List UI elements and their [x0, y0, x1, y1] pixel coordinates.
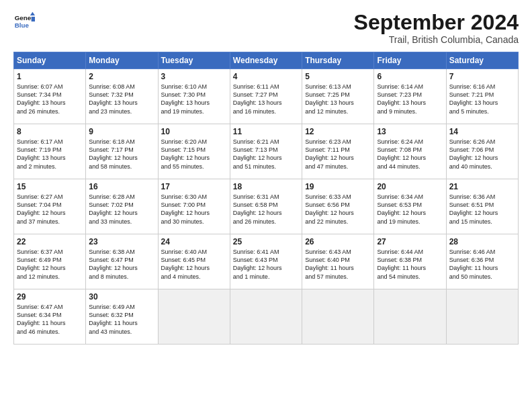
cell-info: Sunrise: 6:08 AM Sunset: 7:32 PM Dayligh… — [89, 83, 154, 116]
calendar-cell: 8Sunrise: 6:17 AM Sunset: 7:19 PM Daylig… — [14, 124, 86, 179]
cell-info: Sunrise: 6:11 AM Sunset: 7:27 PM Dayligh… — [233, 83, 299, 116]
cell-info: Sunrise: 6:21 AM Sunset: 7:13 PM Dayligh… — [233, 138, 299, 171]
calendar-cell: 13Sunrise: 6:24 AM Sunset: 7:08 PM Dayli… — [374, 124, 446, 179]
cell-info: Sunrise: 6:36 AM Sunset: 6:51 PM Dayligh… — [449, 193, 515, 226]
day-number: 10 — [161, 127, 227, 136]
cell-info: Sunrise: 6:26 AM Sunset: 7:06 PM Dayligh… — [449, 138, 515, 171]
cell-info: Sunrise: 6:40 AM Sunset: 6:45 PM Dayligh… — [161, 248, 227, 281]
cell-info: Sunrise: 6:30 AM Sunset: 7:00 PM Dayligh… — [161, 193, 227, 226]
cell-info: Sunrise: 6:37 AM Sunset: 6:49 PM Dayligh… — [17, 248, 83, 281]
calendar-cell: 29Sunrise: 6:47 AM Sunset: 6:34 PM Dayli… — [14, 289, 86, 345]
weekday-header-wednesday: Wednesday — [230, 52, 302, 69]
calendar-cell: 20Sunrise: 6:34 AM Sunset: 6:53 PM Dayli… — [374, 179, 446, 234]
calendar-cell — [374, 289, 446, 345]
header: General Blue September 2024 Trail, Briti… — [13, 11, 519, 45]
week-row-4: 22Sunrise: 6:37 AM Sunset: 6:49 PM Dayli… — [14, 234, 519, 289]
cell-info: Sunrise: 6:34 AM Sunset: 6:53 PM Dayligh… — [377, 193, 443, 226]
weekday-header-saturday: Saturday — [446, 52, 518, 69]
day-number: 6 — [377, 72, 443, 81]
weekday-header-row: SundayMondayTuesdayWednesdayThursdayFrid… — [14, 52, 519, 69]
calendar-cell: 23Sunrise: 6:38 AM Sunset: 6:47 PM Dayli… — [86, 234, 158, 289]
cell-info: Sunrise: 6:47 AM Sunset: 6:34 PM Dayligh… — [17, 303, 83, 336]
calendar-cell: 24Sunrise: 6:40 AM Sunset: 6:45 PM Dayli… — [158, 234, 230, 289]
day-number: 2 — [89, 72, 154, 81]
calendar-cell: 22Sunrise: 6:37 AM Sunset: 6:49 PM Dayli… — [14, 234, 86, 289]
cell-info: Sunrise: 6:17 AM Sunset: 7:19 PM Dayligh… — [17, 138, 83, 171]
week-row-2: 8Sunrise: 6:17 AM Sunset: 7:19 PM Daylig… — [14, 124, 519, 179]
cell-info: Sunrise: 6:13 AM Sunset: 7:25 PM Dayligh… — [305, 83, 371, 116]
day-number: 25 — [233, 237, 299, 246]
cell-info: Sunrise: 6:14 AM Sunset: 7:23 PM Dayligh… — [377, 83, 443, 116]
calendar-cell: 1Sunrise: 6:07 AM Sunset: 7:34 PM Daylig… — [14, 69, 86, 124]
calendar-cell: 6Sunrise: 6:14 AM Sunset: 7:23 PM Daylig… — [374, 69, 446, 124]
week-row-5: 29Sunrise: 6:47 AM Sunset: 6:34 PM Dayli… — [14, 289, 519, 345]
day-number: 24 — [161, 237, 227, 246]
location: Trail, British Columbia, Canada — [354, 34, 519, 45]
cell-info: Sunrise: 6:43 AM Sunset: 6:40 PM Dayligh… — [305, 248, 371, 281]
cell-info: Sunrise: 6:23 AM Sunset: 7:11 PM Dayligh… — [305, 138, 371, 171]
svg-text:Blue: Blue — [15, 21, 30, 29]
calendar-cell: 18Sunrise: 6:31 AM Sunset: 6:58 PM Dayli… — [230, 179, 302, 234]
logo: General Blue — [13, 11, 35, 32]
cell-info: Sunrise: 6:16 AM Sunset: 7:21 PM Dayligh… — [449, 83, 515, 116]
cell-info: Sunrise: 6:44 AM Sunset: 6:38 PM Dayligh… — [377, 248, 443, 281]
weekday-header-sunday: Sunday — [14, 52, 86, 69]
svg-marker-3 — [32, 17, 35, 21]
calendar-cell: 30Sunrise: 6:49 AM Sunset: 6:32 PM Dayli… — [86, 289, 158, 345]
calendar-cell: 11Sunrise: 6:21 AM Sunset: 7:13 PM Dayli… — [230, 124, 302, 179]
day-number: 4 — [233, 72, 299, 81]
cell-info: Sunrise: 6:38 AM Sunset: 6:47 PM Dayligh… — [89, 248, 154, 281]
calendar-cell: 3Sunrise: 6:10 AM Sunset: 7:30 PM Daylig… — [158, 69, 230, 124]
cell-info: Sunrise: 6:41 AM Sunset: 6:43 PM Dayligh… — [233, 248, 299, 281]
cell-info: Sunrise: 6:20 AM Sunset: 7:15 PM Dayligh… — [161, 138, 227, 171]
page: General Blue September 2024 Trail, Briti… — [0, 0, 532, 411]
cell-info: Sunrise: 6:24 AM Sunset: 7:08 PM Dayligh… — [377, 138, 443, 171]
calendar-cell: 2Sunrise: 6:08 AM Sunset: 7:32 PM Daylig… — [86, 69, 158, 124]
calendar-cell: 28Sunrise: 6:46 AM Sunset: 6:36 PM Dayli… — [446, 234, 518, 289]
day-number: 7 — [449, 72, 515, 81]
calendar-cell: 7Sunrise: 6:16 AM Sunset: 7:21 PM Daylig… — [446, 69, 518, 124]
day-number: 30 — [89, 292, 154, 302]
cell-info: Sunrise: 6:28 AM Sunset: 7:02 PM Dayligh… — [89, 193, 154, 226]
calendar-table: SundayMondayTuesdayWednesdayThursdayFrid… — [13, 52, 519, 345]
day-number: 27 — [377, 237, 443, 246]
calendar-cell: 17Sunrise: 6:30 AM Sunset: 7:00 PM Dayli… — [158, 179, 230, 234]
week-row-1: 1Sunrise: 6:07 AM Sunset: 7:34 PM Daylig… — [14, 69, 519, 124]
day-number: 5 — [305, 72, 371, 81]
calendar-cell: 9Sunrise: 6:18 AM Sunset: 7:17 PM Daylig… — [86, 124, 158, 179]
calendar-cell: 12Sunrise: 6:23 AM Sunset: 7:11 PM Dayli… — [302, 124, 374, 179]
calendar-cell: 15Sunrise: 6:27 AM Sunset: 7:04 PM Dayli… — [14, 179, 86, 234]
day-number: 20 — [377, 182, 443, 191]
cell-info: Sunrise: 6:27 AM Sunset: 7:04 PM Dayligh… — [17, 193, 83, 226]
month-title: September 2024 — [354, 11, 519, 34]
week-row-3: 15Sunrise: 6:27 AM Sunset: 7:04 PM Dayli… — [14, 179, 519, 234]
cell-info: Sunrise: 6:31 AM Sunset: 6:58 PM Dayligh… — [233, 193, 299, 226]
day-number: 18 — [233, 182, 299, 191]
cell-info: Sunrise: 6:46 AM Sunset: 6:36 PM Dayligh… — [449, 248, 515, 281]
cell-info: Sunrise: 6:33 AM Sunset: 6:56 PM Dayligh… — [305, 193, 371, 226]
cell-info: Sunrise: 6:49 AM Sunset: 6:32 PM Dayligh… — [89, 303, 154, 336]
day-number: 13 — [377, 127, 443, 136]
calendar-cell: 16Sunrise: 6:28 AM Sunset: 7:02 PM Dayli… — [86, 179, 158, 234]
calendar-cell: 27Sunrise: 6:44 AM Sunset: 6:38 PM Dayli… — [374, 234, 446, 289]
calendar-cell: 4Sunrise: 6:11 AM Sunset: 7:27 PM Daylig… — [230, 69, 302, 124]
calendar-cell — [302, 289, 374, 345]
day-number: 23 — [89, 237, 154, 246]
calendar-cell: 5Sunrise: 6:13 AM Sunset: 7:25 PM Daylig… — [302, 69, 374, 124]
calendar-cell: 19Sunrise: 6:33 AM Sunset: 6:56 PM Dayli… — [302, 179, 374, 234]
cell-info: Sunrise: 6:07 AM Sunset: 7:34 PM Dayligh… — [17, 83, 83, 116]
day-number: 28 — [449, 237, 515, 246]
day-number: 26 — [305, 237, 371, 246]
day-number: 8 — [17, 127, 83, 136]
title-block: September 2024 Trail, British Columbia, … — [354, 11, 519, 45]
weekday-header-thursday: Thursday — [302, 52, 374, 69]
day-number: 12 — [305, 127, 371, 136]
day-number: 21 — [449, 182, 515, 191]
calendar-cell: 26Sunrise: 6:43 AM Sunset: 6:40 PM Dayli… — [302, 234, 374, 289]
day-number: 15 — [17, 182, 83, 191]
calendar-cell: 21Sunrise: 6:36 AM Sunset: 6:51 PM Dayli… — [446, 179, 518, 234]
calendar-cell: 14Sunrise: 6:26 AM Sunset: 7:06 PM Dayli… — [446, 124, 518, 179]
weekday-header-tuesday: Tuesday — [158, 52, 230, 69]
day-number: 19 — [305, 182, 371, 191]
cell-info: Sunrise: 6:18 AM Sunset: 7:17 PM Dayligh… — [89, 138, 154, 171]
